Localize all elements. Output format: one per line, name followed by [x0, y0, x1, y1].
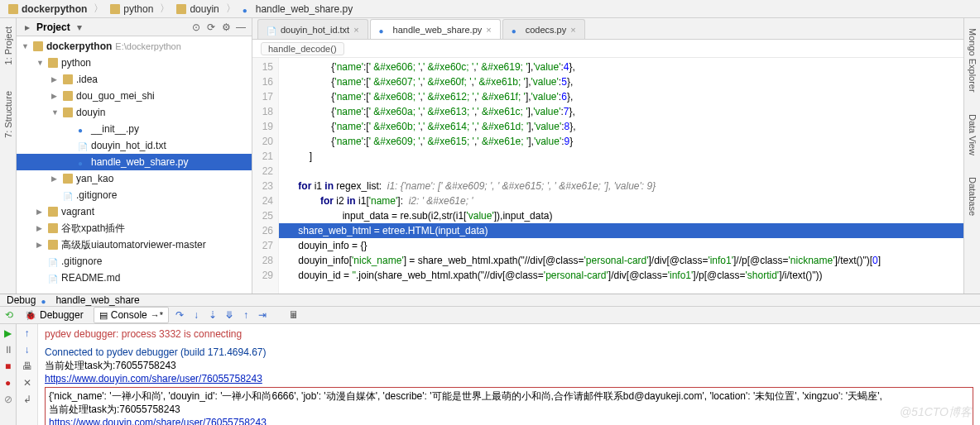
- tree-node[interactable]: ▶yan_kao: [17, 170, 252, 187]
- editor-tab[interactable]: handle_web_share.py ×: [370, 19, 501, 39]
- code-breadcrumb[interactable]: handle_decode(): [252, 40, 980, 58]
- tree-node[interactable]: .gitignore: [17, 187, 252, 203]
- stop-icon[interactable]: ■: [2, 361, 14, 372]
- gear-icon[interactable]: ⚙: [220, 21, 232, 33]
- run-to-cursor-icon[interactable]: ⇥: [257, 309, 268, 321]
- debug-session: handle_web_share: [55, 294, 139, 306]
- rerun-icon[interactable]: ⟲: [3, 309, 15, 321]
- left-tool-tabs: 1: Project 7: Structure: [0, 18, 17, 294]
- project-tree[interactable]: ▼dockerpython E:\dockerpython▼python▶.id…: [17, 36, 252, 294]
- tree-node[interactable]: ▶高级版uiautomatorviewer-master: [17, 236, 252, 253]
- up-icon[interactable]: ↑: [22, 327, 33, 339]
- resume-icon[interactable]: ▶: [2, 327, 14, 339]
- tree-node[interactable]: ▶dou_guo_mei_shi: [17, 88, 252, 104]
- hide-icon[interactable]: —: [235, 21, 247, 33]
- debug-label: Debug: [7, 294, 36, 306]
- tree-node[interactable]: handle_web_share.py: [17, 154, 252, 170]
- step-out-icon[interactable]: ↑: [240, 309, 252, 321]
- bc-item[interactable]: douyin: [173, 2, 222, 16]
- code-area[interactable]: {'name':[' &#xe606; ',' &#xe60c; ',' &#x…: [279, 58, 980, 294]
- down-icon[interactable]: ↓: [22, 344, 33, 356]
- print-icon[interactable]: 🖶: [22, 361, 33, 372]
- tab-dataview[interactable]: Data View: [966, 109, 979, 160]
- tree-node[interactable]: .gitignore: [17, 253, 252, 270]
- pause-icon[interactable]: ⏸: [2, 344, 14, 356]
- close-icon[interactable]: ×: [353, 25, 358, 35]
- project-title: Project: [36, 21, 70, 33]
- close-icon[interactable]: ×: [486, 25, 491, 35]
- editor: douyin_hot_id.txt ×handle_web_share.py ×…: [252, 18, 980, 294]
- clear-icon[interactable]: ✕: [22, 377, 33, 389]
- bc-item[interactable]: python: [107, 2, 156, 16]
- debugger-tab[interactable]: 🐞 Debugger: [20, 308, 89, 322]
- tree-node[interactable]: ▶vagrant: [17, 203, 252, 220]
- tree-node[interactable]: ▶.idea: [17, 71, 252, 88]
- bc-file[interactable]: handle_web_share.py: [239, 2, 356, 16]
- tab-database[interactable]: Database: [966, 172, 979, 221]
- evaluate-icon[interactable]: 🖩: [288, 309, 300, 321]
- step-into-icon[interactable]: ↓: [190, 309, 202, 321]
- tree-node[interactable]: README.md: [17, 270, 252, 286]
- editor-tab[interactable]: douyin_hot_id.txt ×: [257, 19, 368, 39]
- close-icon[interactable]: ×: [570, 25, 575, 35]
- tree-node[interactable]: douyin_hot_id.txt: [17, 137, 252, 154]
- project-panel: ▸ Project ▾ ⊙ ⟳ ⚙ — ▼dockerpython E:\doc…: [17, 18, 252, 294]
- debug-panel: Debug handle_web_share ⟲ 🐞 Debugger ▤ Co…: [0, 294, 980, 424]
- editor-tabs: douyin_hot_id.txt ×handle_web_share.py ×…: [252, 18, 980, 40]
- force-step-icon[interactable]: ⤋: [223, 309, 235, 321]
- tree-node[interactable]: ▼python: [17, 55, 252, 71]
- tree-node[interactable]: ▼douyin: [17, 104, 252, 121]
- tab-structure[interactable]: 7: Structure: [2, 86, 15, 143]
- step-into-my-icon[interactable]: ⇣: [207, 309, 219, 321]
- console-output[interactable]: pydev debugger: process 3332 is connecti…: [38, 324, 980, 425]
- tree-node[interactable]: ▶谷歌xpath插件: [17, 220, 252, 236]
- tree-node[interactable]: __init__.py: [17, 121, 252, 137]
- view-bp-icon[interactable]: ●: [2, 377, 14, 389]
- tab-mongo[interactable]: Mongo Explorer: [966, 23, 979, 98]
- wrap-icon[interactable]: ↲: [22, 394, 33, 405]
- mute-bp-icon[interactable]: ⊘: [2, 394, 14, 405]
- gutter: 151617181920212223242526272829: [252, 58, 279, 294]
- bc-root[interactable]: dockerpython: [5, 2, 90, 16]
- locate-icon[interactable]: ⟳: [205, 21, 217, 33]
- collapse-icon[interactable]: ⊙: [190, 21, 202, 33]
- project-dropdown-icon[interactable]: ▸: [22, 21, 33, 33]
- tab-project[interactable]: 1: Project: [2, 21, 15, 69]
- breadcrumb: dockerpython 〉 python 〉 douyin 〉 handle_…: [0, 0, 980, 18]
- watermark: @51CTO博客: [900, 405, 972, 420]
- right-tool-tabs: Mongo Explorer Data View Database: [963, 18, 980, 294]
- editor-tab[interactable]: codecs.py ×: [502, 19, 585, 39]
- console-tab[interactable]: ▤ Console →*: [94, 307, 169, 323]
- step-over-icon[interactable]: ↷: [174, 309, 185, 321]
- tree-root[interactable]: ▼dockerpython E:\dockerpython: [17, 38, 252, 55]
